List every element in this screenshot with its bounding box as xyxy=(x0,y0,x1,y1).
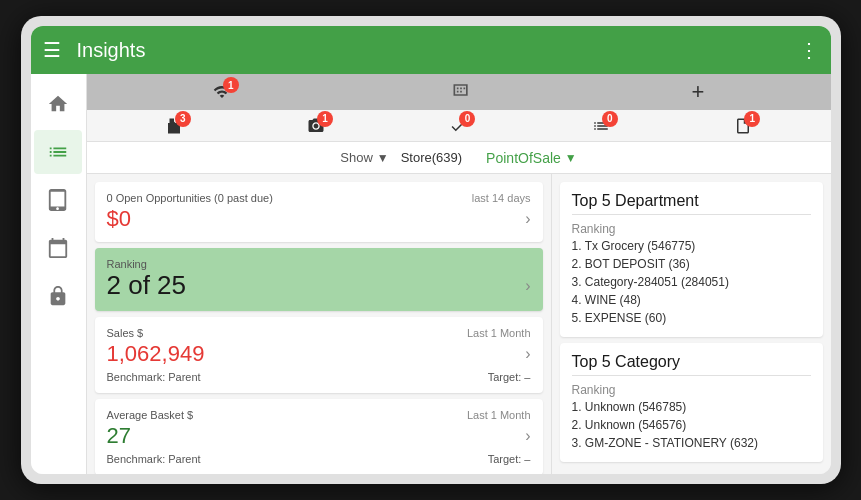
right-panel: Top 5 Department Ranking 1. Tx Grocery (… xyxy=(551,174,831,474)
content-area: 1 + 3 1 xyxy=(87,74,831,474)
check-badge: 0 xyxy=(459,111,475,127)
filter-bar: Show ▼ Store(639) PointOfSale ▼ xyxy=(87,142,831,174)
category-divider xyxy=(572,375,811,376)
sidebar xyxy=(31,74,87,474)
dashboard: 0 Open Opportunities (0 past due) last 1… xyxy=(87,174,831,474)
report-badge: 1 xyxy=(744,111,760,127)
opportunities-card-header: 0 Open Opportunities (0 past due) last 1… xyxy=(107,192,531,206)
add-icon[interactable]: + xyxy=(691,79,704,105)
avgbasket-meta: Last 1 Month xyxy=(467,409,531,421)
avgbasket-value: 27 xyxy=(107,423,131,449)
notif-bar: 3 1 0 0 1 xyxy=(87,110,831,142)
notif-report[interactable]: 1 xyxy=(734,117,752,135)
sidebar-item-calendar[interactable] xyxy=(34,226,82,270)
opportunities-meta: last 14 days xyxy=(472,192,531,204)
list-badge: 0 xyxy=(602,111,618,127)
sales-title: Sales $ xyxy=(107,327,144,339)
tablet-inner: ☰ Insights ⋮ xyxy=(31,26,831,474)
sidebar-item-tablet[interactable] xyxy=(34,178,82,222)
tablet-frame: ☰ Insights ⋮ xyxy=(21,16,841,484)
list-item: 2. BOT DEPOSIT (36) xyxy=(572,255,811,273)
avgbasket-target: Target: – xyxy=(488,453,531,465)
department-divider xyxy=(572,214,811,215)
opportunities-chevron-icon[interactable]: › xyxy=(525,210,530,228)
ranking-card-header: Ranking xyxy=(107,258,531,270)
opportunities-card: 0 Open Opportunities (0 past due) last 1… xyxy=(95,182,543,242)
notif-list[interactable]: 0 xyxy=(592,117,610,135)
opportunities-title: 0 Open Opportunities (0 past due) xyxy=(107,192,273,204)
avgbasket-card: Average Basket $ Last 1 Month 27 › Bench… xyxy=(95,399,543,474)
top-department-subtitle: Ranking xyxy=(572,222,616,236)
more-icon[interactable]: ⋮ xyxy=(799,38,819,62)
camera-badge: 1 xyxy=(317,111,333,127)
list-item: 5. EXPENSE (60) xyxy=(572,309,811,327)
sales-value-row: 1,062,949 › xyxy=(107,341,531,367)
list-item: 2. Unknown (546576) xyxy=(572,416,811,434)
sales-benchmark: Benchmark: Parent xyxy=(107,371,201,383)
sidebar-item-lock[interactable] xyxy=(34,274,82,318)
notif-camera[interactable]: 1 xyxy=(307,117,325,135)
toolbar-add-item[interactable]: + xyxy=(691,79,704,105)
opportunities-value: $0 xyxy=(107,206,131,232)
avgbasket-benchmark: Benchmark: Parent xyxy=(107,453,201,465)
list-item: 3. GM-ZONE - STATIONERY (632) xyxy=(572,434,811,452)
sales-chevron-icon[interactable]: › xyxy=(525,345,530,363)
toolbar-wifi-item[interactable]: 1 xyxy=(213,83,231,101)
store-label: Store(639) xyxy=(401,150,462,165)
sales-target: Target: – xyxy=(488,371,531,383)
ranking-card: Ranking 2 of 25 › xyxy=(95,248,543,311)
top-department-list: 1. Tx Grocery (546775) 2. BOT DEPOSIT (3… xyxy=(572,237,811,327)
left-panel: 0 Open Opportunities (0 past due) last 1… xyxy=(87,174,551,474)
ranking-value: 2 of 25 xyxy=(107,270,187,301)
top-department-card: Top 5 Department Ranking 1. Tx Grocery (… xyxy=(560,182,823,337)
avgbasket-title: Average Basket $ xyxy=(107,409,194,421)
avgbasket-value-row: 27 › xyxy=(107,423,531,449)
sales-footer: Benchmark: Parent Target: – xyxy=(107,371,531,383)
avgbasket-footer: Benchmark: Parent Target: – xyxy=(107,453,531,465)
pos-label[interactable]: PointOfSale xyxy=(486,150,561,166)
sidebar-item-chart[interactable] xyxy=(34,130,82,174)
list-item: 1. Unknown (546785) xyxy=(572,398,811,416)
ranking-value-row: 2 of 25 › xyxy=(107,270,531,301)
avgbasket-card-header: Average Basket $ Last 1 Month xyxy=(107,409,531,423)
toolbar-separator xyxy=(451,80,471,105)
sales-value: 1,062,949 xyxy=(107,341,205,367)
wifi-badge: 1 xyxy=(223,77,239,93)
show-label: Show xyxy=(340,150,373,165)
opportunities-value-row: $0 › xyxy=(107,206,531,232)
notif-check[interactable]: 0 xyxy=(449,117,467,135)
show-filter[interactable]: Show ▼ xyxy=(340,150,388,165)
top-bar: ☰ Insights ⋮ xyxy=(31,26,831,74)
top-category-card: Top 5 Category Ranking 1. Unknown (54678… xyxy=(560,343,823,462)
show-arrow-icon: ▼ xyxy=(377,151,389,165)
pos-dropdown-icon[interactable]: ▼ xyxy=(565,151,577,165)
top-category-subtitle: Ranking xyxy=(572,383,616,397)
second-toolbar: 1 + xyxy=(87,74,831,110)
main-area: 1 + 3 1 xyxy=(31,74,831,474)
sales-card: Sales $ Last 1 Month 1,062,949 › Benchma… xyxy=(95,317,543,393)
sales-card-header: Sales $ Last 1 Month xyxy=(107,327,531,341)
sales-meta: Last 1 Month xyxy=(467,327,531,339)
ranking-label: Ranking xyxy=(107,258,147,270)
sidebar-item-home[interactable] xyxy=(34,82,82,126)
doc-badge: 3 xyxy=(175,111,191,127)
list-item: 3. Category-284051 (284051) xyxy=(572,273,811,291)
page-title: Insights xyxy=(77,39,799,62)
avgbasket-chevron-icon[interactable]: › xyxy=(525,427,530,445)
top-department-title: Top 5 Department xyxy=(572,192,699,209)
top-category-list: 1. Unknown (546785) 2. Unknown (546576) … xyxy=(572,398,811,452)
notif-doc[interactable]: 3 xyxy=(165,117,183,135)
ranking-chevron-icon[interactable]: › xyxy=(525,277,530,295)
list-item: 4. WINE (48) xyxy=(572,291,811,309)
list-item: 1. Tx Grocery (546775) xyxy=(572,237,811,255)
top-category-title: Top 5 Category xyxy=(572,353,681,370)
menu-icon[interactable]: ☰ xyxy=(43,38,61,62)
